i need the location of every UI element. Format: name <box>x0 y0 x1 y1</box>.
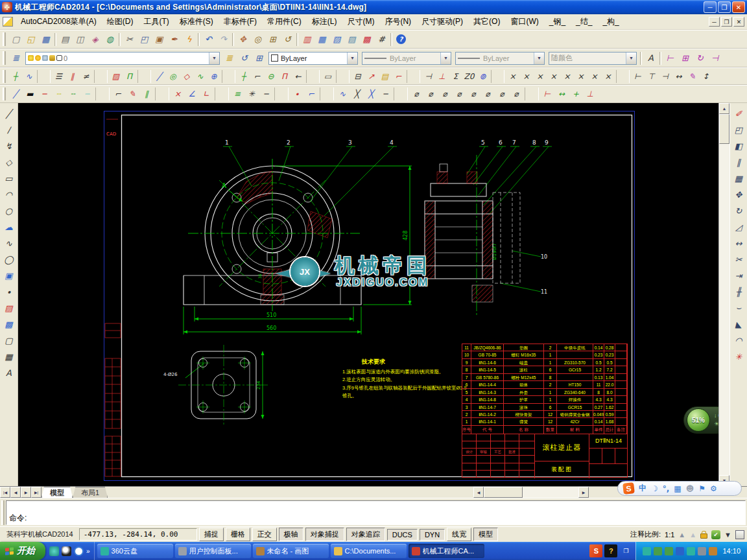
chevron-down-icon[interactable]: ▼ <box>534 52 544 64</box>
angle2-icon[interactable]: ⌐ <box>392 69 405 84</box>
node-icon[interactable]: ∙ <box>290 87 304 102</box>
status-toggle[interactable]: 栅格 <box>226 528 250 541</box>
step-icon[interactable]: ⌐ <box>111 87 125 102</box>
hub-icon[interactable]: ⊚ <box>476 69 490 84</box>
menu-item[interactable]: 标准件(S) <box>174 14 219 29</box>
menu-item[interactable]: 其它(O) <box>468 14 505 29</box>
stack-icon[interactable]: ▤ <box>378 69 392 84</box>
scrollbar-thumb[interactable] <box>719 114 729 144</box>
quicklaunch-qq-icon[interactable] <box>62 546 71 556</box>
tool-icon[interactable] <box>137 70 151 83</box>
vertical-scrollbar[interactable]: ▲ ▼ <box>718 103 729 486</box>
scroll-up-icon[interactable]: ▲ <box>719 103 729 114</box>
toolbar-grip[interactable] <box>3 70 6 83</box>
line2-icon[interactable]: ╱ <box>152 69 166 84</box>
annotation-autoscale-icon[interactable]: ▲ <box>689 531 696 539</box>
tail-icon[interactable]: ─ <box>378 87 392 102</box>
chevron-down-icon[interactable]: ▼ <box>347 52 357 64</box>
quickcalc-flash-icon[interactable]: ϟ <box>182 32 196 47</box>
break-icon[interactable]: ╫ <box>731 284 746 299</box>
tool-icon[interactable] <box>274 88 289 100</box>
status-toggle[interactable]: 捕捉 <box>199 528 224 541</box>
extend-icon[interactable]: ⇥ <box>731 268 746 283</box>
etransmit-icon[interactable]: ◍ <box>102 32 117 47</box>
scroll-left-icon[interactable]: ◀ <box>473 487 484 498</box>
join-icon[interactable]: ⌣ <box>731 300 746 316</box>
command-grip[interactable] <box>1 500 5 525</box>
line-thick-icon[interactable]: ▬ <box>23 87 37 102</box>
trusted-status-icon[interactable]: ✔ <box>711 530 720 539</box>
table-icon[interactable]: ▦ <box>314 32 329 47</box>
coordinates-readout[interactable]: -477.13, -284.14, 0.00 <box>79 528 197 541</box>
tool-icon[interactable] <box>320 88 334 100</box>
tool-icon[interactable] <box>390 33 392 46</box>
ime-skin-icon[interactable]: ⚑ <box>698 484 706 493</box>
datum-icon[interactable]: ⊥ <box>435 69 449 84</box>
color-combo[interactable]: ByLayer ▼ <box>268 52 358 65</box>
erase-icon[interactable]: ✐ <box>731 106 746 121</box>
zo-icon[interactable]: Z0 <box>462 69 476 84</box>
status-toggle[interactable]: 模型 <box>473 528 498 541</box>
tray-icon[interactable] <box>698 547 706 555</box>
matchprop-icon[interactable]: ✒ <box>167 32 182 47</box>
ime-toolbar[interactable]: S 中 ☽ °, ▦ ☻ ⚑ ⚙ <box>617 481 742 496</box>
cross-icon[interactable]: ┼ <box>237 69 250 84</box>
help-tray-button[interactable]: ? <box>604 544 617 557</box>
stretch-icon[interactable]: ↔ <box>731 235 746 251</box>
new-icon[interactable]: ▢ <box>8 32 23 47</box>
menu-item[interactable]: _结_ <box>571 14 597 29</box>
quicklaunch-more-icon[interactable]: » <box>86 548 90 555</box>
layers-group-icon[interactable]: ▩ <box>359 32 374 47</box>
dim-v-icon[interactable]: ⊤ <box>645 69 658 84</box>
break2-icon[interactable]: × <box>519 69 533 84</box>
status-toggle[interactable]: 线宽 <box>447 528 471 541</box>
paste-icon[interactable]: ▣ <box>152 32 167 47</box>
menu-item[interactable]: 尺寸(M) <box>342 14 379 29</box>
ime-punctuation-icon[interactable]: °, <box>663 484 670 493</box>
clean-screen-button[interactable] <box>735 530 744 539</box>
publish-icon[interactable]: ◈ <box>88 32 102 47</box>
rails-icon[interactable]: ≠ <box>79 69 93 84</box>
tray-icon[interactable] <box>687 547 695 555</box>
scroll-right-icon[interactable]: ▶ <box>578 487 589 498</box>
zoom-previous-icon[interactable]: ↺ <box>280 32 295 47</box>
circle-icon[interactable]: ○ <box>1 203 17 218</box>
line-icon[interactable]: ╱ <box>1 106 17 121</box>
command-input[interactable]: 命令: <box>6 500 746 525</box>
redo-icon[interactable]: ↷ <box>216 32 231 47</box>
save-icon[interactable]: ▦ <box>38 32 53 47</box>
tool-icon[interactable] <box>95 88 110 100</box>
minimize-button[interactable]: ─ <box>704 1 717 13</box>
minus-box-icon[interactable]: ⊟ <box>351 69 364 84</box>
copy-icon[interactable]: ◰ <box>137 32 152 47</box>
sogou-logo-icon[interactable]: S <box>622 482 635 495</box>
dim-h-icon[interactable]: ⊢ <box>631 69 645 84</box>
break4-icon[interactable]: × <box>547 69 560 84</box>
speed-ball-widget[interactable]: 51% ↓0.0K/s ☀33℃ + 12 <box>683 406 718 434</box>
line-blue-icon[interactable]: ╱ <box>8 87 23 102</box>
bridge-icon[interactable]: Π <box>123 69 136 84</box>
plotstyle-combo[interactable]: 随颜色 ▼ <box>549 52 637 65</box>
wave-icon[interactable]: ∿ <box>193 69 207 84</box>
quicklaunch-360-icon[interactable] <box>49 546 59 556</box>
dia1-icon[interactable]: ⌀ <box>409 87 423 102</box>
menu-item[interactable]: 窗口(W) <box>505 14 543 29</box>
copy-object-icon[interactable]: ◰ <box>731 122 746 137</box>
tool-icon[interactable] <box>222 70 235 83</box>
polyline-icon[interactable]: ↯ <box>1 138 17 154</box>
properties-icon[interactable]: ▥ <box>300 32 314 47</box>
tray-icon[interactable] <box>654 547 662 555</box>
tool-icon[interactable] <box>155 88 169 100</box>
open-icon[interactable]: ◱ <box>23 32 38 47</box>
sigma-icon[interactable]: Σ <box>449 69 462 84</box>
par-green-icon[interactable]: ∥ <box>139 87 154 102</box>
table-style-icon[interactable]: ⊞ <box>678 51 693 65</box>
ellipse-icon[interactable]: ◯ <box>1 251 17 267</box>
dimx-icon[interactable]: ⊢ <box>540 87 554 102</box>
break8-icon[interactable]: × <box>601 69 615 84</box>
mtext-icon[interactable]: A <box>1 365 17 380</box>
linetype-combo[interactable]: ByLayer ▼ <box>362 52 451 65</box>
restore-button[interactable]: ❐ <box>718 1 731 13</box>
status-toggle[interactable]: 正交 <box>252 528 277 541</box>
start-button[interactable]: 开始 <box>0 542 45 560</box>
